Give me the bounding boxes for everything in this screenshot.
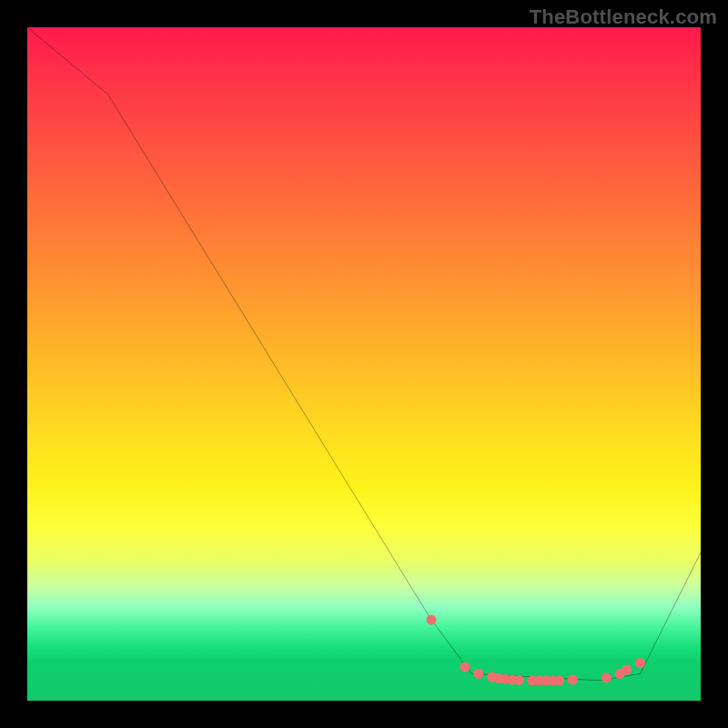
marker-dot: [568, 675, 578, 685]
marker-dot: [602, 672, 612, 682]
marker-group: [426, 615, 645, 686]
marker-dot: [622, 664, 632, 674]
marker-dot: [460, 662, 470, 672]
series-curve: [27, 27, 701, 681]
chart-frame: TheBottleneck.com: [0, 0, 728, 728]
plot-area: [27, 27, 701, 701]
marker-dot: [514, 675, 524, 685]
marker-dot: [473, 669, 483, 679]
marker-dot: [635, 658, 645, 668]
chart-svg: [27, 27, 701, 701]
watermark-label: TheBottleneck.com: [530, 5, 717, 29]
marker-dot: [426, 615, 436, 625]
marker-dot: [554, 675, 564, 685]
